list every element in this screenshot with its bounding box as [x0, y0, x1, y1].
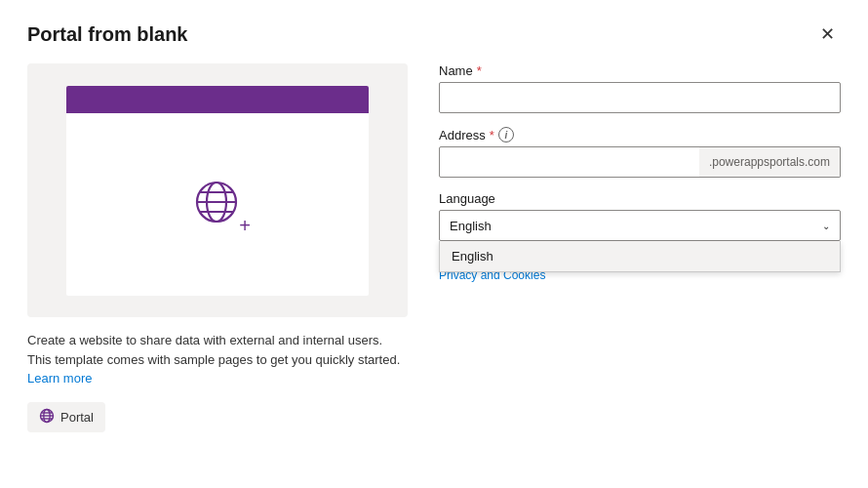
preview-content: +: [66, 113, 369, 296]
language-option-english[interactable]: English: [440, 241, 840, 271]
language-label: Language: [439, 191, 841, 206]
language-dropdown-button[interactable]: English ⌄: [439, 210, 841, 241]
language-field-group: Language English ⌄ English: [439, 191, 841, 241]
learn-more-link[interactable]: Learn more: [27, 371, 92, 386]
portal-badge: Portal: [27, 402, 105, 432]
globe-icon: [192, 177, 243, 231]
address-input-wrapper: .powerappsportals.com: [439, 146, 841, 178]
address-required-star: *: [490, 128, 494, 142]
language-selected-value: English: [450, 219, 492, 233]
name-field-group: Name *: [439, 63, 841, 113]
globe-icon-wrapper: +: [192, 177, 243, 231]
name-label: Name *: [439, 63, 841, 78]
left-panel: + Create a website to share data with ex…: [27, 63, 408, 468]
preview-topbar: [66, 86, 369, 113]
language-dropdown-wrapper: English ⌄ English: [439, 210, 841, 241]
chevron-down-icon: ⌄: [822, 221, 830, 231]
dialog-title: Portal from blank: [27, 23, 187, 46]
address-field-group: Address * i .powerappsportals.com: [439, 127, 841, 178]
address-info-icon: i: [498, 127, 514, 142]
address-label: Address * i: [439, 127, 841, 142]
preview-inner: +: [66, 86, 369, 296]
dialog-header: Portal from blank ✕: [27, 23, 841, 46]
name-required-star: *: [477, 63, 482, 78]
dialog-body: + Create a website to share data with ex…: [27, 63, 841, 468]
description-text: Create a website to share data with exte…: [27, 331, 408, 388]
portal-from-blank-dialog: Portal from blank ✕: [0, 0, 868, 488]
preview-box: +: [27, 63, 408, 317]
plus-icon: +: [239, 216, 251, 235]
portal-badge-label: Portal: [60, 410, 94, 425]
portal-badge-globe-icon: [39, 408, 55, 427]
address-suffix: .powerappsportals.com: [699, 146, 841, 178]
name-input[interactable]: [439, 82, 841, 113]
language-dropdown-menu: English: [439, 241, 841, 272]
right-panel: Name * Address * i .powerappsportals.com: [439, 63, 841, 468]
close-button[interactable]: ✕: [814, 23, 841, 45]
